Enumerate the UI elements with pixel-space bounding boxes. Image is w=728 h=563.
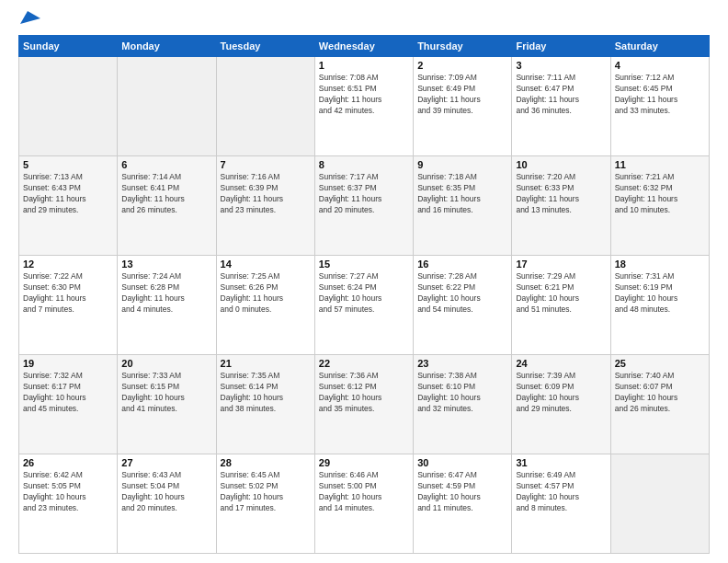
day-number: 10: [516, 159, 606, 170]
day-info: Sunrise: 7:09 AM Sunset: 6:49 PM Dayligh…: [417, 73, 507, 117]
weekday-header-saturday: Saturday: [610, 36, 709, 57]
calendar-cell: 19Sunrise: 7:32 AM Sunset: 6:17 PM Dayli…: [19, 355, 118, 454]
weekday-header-monday: Monday: [118, 36, 216, 57]
day-number: 25: [615, 358, 705, 369]
day-number: 9: [417, 159, 507, 170]
calendar-cell: 5Sunrise: 7:13 AM Sunset: 6:43 PM Daylig…: [19, 156, 118, 256]
day-number: 16: [417, 259, 507, 270]
weekday-header-wednesday: Wednesday: [314, 36, 413, 57]
calendar-cell: [118, 57, 216, 156]
day-number: 22: [319, 358, 409, 369]
day-number: 20: [121, 358, 211, 369]
day-info: Sunrise: 7:12 AM Sunset: 6:45 PM Dayligh…: [615, 73, 705, 117]
day-number: 18: [615, 259, 705, 270]
day-number: 8: [319, 159, 409, 170]
calendar-cell: 20Sunrise: 7:33 AM Sunset: 6:15 PM Dayli…: [118, 355, 216, 454]
svg-marker-0: [20, 11, 40, 24]
day-info: Sunrise: 6:42 AM Sunset: 5:05 PM Dayligh…: [23, 470, 113, 514]
calendar-cell: 15Sunrise: 7:27 AM Sunset: 6:24 PM Dayli…: [314, 256, 413, 355]
calendar-cell: 3Sunrise: 7:11 AM Sunset: 6:47 PM Daylig…: [512, 57, 610, 156]
day-number: 5: [23, 159, 113, 170]
calendar-cell: 1Sunrise: 7:08 AM Sunset: 6:51 PM Daylig…: [314, 57, 413, 156]
day-info: Sunrise: 6:46 AM Sunset: 5:00 PM Dayligh…: [319, 470, 409, 514]
day-number: 29: [319, 457, 409, 468]
week-row-4: 19Sunrise: 7:32 AM Sunset: 6:17 PM Dayli…: [19, 355, 710, 454]
calendar-cell: 27Sunrise: 6:43 AM Sunset: 5:04 PM Dayli…: [118, 454, 216, 554]
day-info: Sunrise: 6:49 AM Sunset: 4:57 PM Dayligh…: [516, 470, 606, 514]
calendar-cell: 10Sunrise: 7:20 AM Sunset: 6:33 PM Dayli…: [512, 156, 610, 256]
day-number: 12: [23, 259, 113, 270]
day-info: Sunrise: 7:32 AM Sunset: 6:17 PM Dayligh…: [23, 371, 113, 415]
calendar-cell: 16Sunrise: 7:28 AM Sunset: 6:22 PM Dayli…: [414, 256, 512, 355]
calendar-cell: 29Sunrise: 6:46 AM Sunset: 5:00 PM Dayli…: [314, 454, 413, 554]
calendar-cell: 25Sunrise: 7:40 AM Sunset: 6:07 PM Dayli…: [610, 355, 709, 454]
calendar-cell: 4Sunrise: 7:12 AM Sunset: 6:45 PM Daylig…: [610, 57, 709, 156]
day-info: Sunrise: 7:08 AM Sunset: 6:51 PM Dayligh…: [319, 73, 409, 117]
day-info: Sunrise: 7:28 AM Sunset: 6:22 PM Dayligh…: [417, 271, 507, 316]
calendar-cell: 26Sunrise: 6:42 AM Sunset: 5:05 PM Dayli…: [19, 454, 118, 554]
calendar-cell: 14Sunrise: 7:25 AM Sunset: 6:26 PM Dayli…: [216, 256, 314, 355]
day-number: 1: [319, 60, 409, 71]
calendar-cell: 23Sunrise: 7:38 AM Sunset: 6:10 PM Dayli…: [414, 355, 512, 454]
day-info: Sunrise: 7:16 AM Sunset: 6:39 PM Dayligh…: [221, 172, 311, 216]
week-row-5: 26Sunrise: 6:42 AM Sunset: 5:05 PM Dayli…: [19, 454, 710, 554]
calendar-cell: 17Sunrise: 7:29 AM Sunset: 6:21 PM Dayli…: [512, 256, 610, 355]
day-info: Sunrise: 6:43 AM Sunset: 5:04 PM Dayligh…: [121, 470, 211, 514]
logo-arrow-icon: [20, 11, 40, 24]
day-number: 6: [121, 159, 211, 170]
day-number: 30: [417, 457, 507, 468]
day-info: Sunrise: 7:21 AM Sunset: 6:32 PM Dayligh…: [615, 172, 705, 216]
day-info: Sunrise: 6:47 AM Sunset: 4:59 PM Dayligh…: [417, 470, 507, 514]
day-info: Sunrise: 7:24 AM Sunset: 6:28 PM Dayligh…: [121, 271, 211, 316]
week-row-3: 12Sunrise: 7:22 AM Sunset: 6:30 PM Dayli…: [19, 256, 710, 355]
calendar-cell: 8Sunrise: 7:17 AM Sunset: 6:37 PM Daylig…: [314, 156, 413, 256]
calendar-cell: 18Sunrise: 7:31 AM Sunset: 6:19 PM Dayli…: [610, 256, 709, 355]
day-number: 24: [516, 358, 606, 369]
day-number: 17: [516, 259, 606, 270]
day-info: Sunrise: 7:38 AM Sunset: 6:10 PM Dayligh…: [417, 371, 507, 415]
header: [18, 15, 710, 28]
week-row-2: 5Sunrise: 7:13 AM Sunset: 6:43 PM Daylig…: [19, 156, 710, 256]
calendar-cell: 6Sunrise: 7:14 AM Sunset: 6:41 PM Daylig…: [118, 156, 216, 256]
logo: [18, 15, 40, 28]
day-info: Sunrise: 7:22 AM Sunset: 6:30 PM Dayligh…: [23, 271, 113, 316]
day-info: Sunrise: 7:33 AM Sunset: 6:15 PM Dayligh…: [121, 371, 211, 415]
day-info: Sunrise: 7:36 AM Sunset: 6:12 PM Dayligh…: [319, 371, 409, 415]
day-number: 26: [23, 457, 113, 468]
page: SundayMondayTuesdayWednesdayThursdayFrid…: [0, 0, 728, 563]
day-number: 3: [516, 60, 606, 71]
weekday-header-tuesday: Tuesday: [216, 36, 314, 57]
calendar-cell: 24Sunrise: 7:39 AM Sunset: 6:09 PM Dayli…: [512, 355, 610, 454]
calendar-cell: 13Sunrise: 7:24 AM Sunset: 6:28 PM Dayli…: [118, 256, 216, 355]
day-info: Sunrise: 7:17 AM Sunset: 6:37 PM Dayligh…: [319, 172, 409, 216]
day-info: Sunrise: 7:13 AM Sunset: 6:43 PM Dayligh…: [23, 172, 113, 216]
day-info: Sunrise: 7:40 AM Sunset: 6:07 PM Dayligh…: [615, 371, 705, 415]
day-info: Sunrise: 7:14 AM Sunset: 6:41 PM Dayligh…: [121, 172, 211, 216]
weekday-header-sunday: Sunday: [19, 36, 118, 57]
day-number: 7: [221, 159, 311, 170]
day-number: 14: [221, 259, 311, 270]
day-number: 23: [417, 358, 507, 369]
calendar-cell: 9Sunrise: 7:18 AM Sunset: 6:35 PM Daylig…: [414, 156, 512, 256]
day-info: Sunrise: 7:39 AM Sunset: 6:09 PM Dayligh…: [516, 371, 606, 415]
calendar-cell: [19, 57, 118, 156]
day-info: Sunrise: 7:31 AM Sunset: 6:19 PM Dayligh…: [615, 271, 705, 316]
day-number: 31: [516, 457, 606, 468]
calendar-cell: 11Sunrise: 7:21 AM Sunset: 6:32 PM Dayli…: [610, 156, 709, 256]
day-info: Sunrise: 7:25 AM Sunset: 6:26 PM Dayligh…: [221, 271, 311, 316]
day-info: Sunrise: 7:27 AM Sunset: 6:24 PM Dayligh…: [319, 271, 409, 316]
weekday-header-thursday: Thursday: [414, 36, 512, 57]
day-number: 19: [23, 358, 113, 369]
day-info: Sunrise: 7:29 AM Sunset: 6:21 PM Dayligh…: [516, 271, 606, 316]
week-row-1: 1Sunrise: 7:08 AM Sunset: 6:51 PM Daylig…: [19, 57, 710, 156]
day-number: 27: [121, 457, 211, 468]
weekday-header-friday: Friday: [512, 36, 610, 57]
day-number: 2: [417, 60, 507, 71]
calendar-cell: 30Sunrise: 6:47 AM Sunset: 4:59 PM Dayli…: [414, 454, 512, 554]
day-info: Sunrise: 7:18 AM Sunset: 6:35 PM Dayligh…: [417, 172, 507, 216]
calendar-cell: 22Sunrise: 7:36 AM Sunset: 6:12 PM Dayli…: [314, 355, 413, 454]
day-number: 11: [615, 159, 705, 170]
day-number: 13: [121, 259, 211, 270]
day-info: Sunrise: 7:11 AM Sunset: 6:47 PM Dayligh…: [516, 73, 606, 117]
day-info: Sunrise: 7:20 AM Sunset: 6:33 PM Dayligh…: [516, 172, 606, 216]
